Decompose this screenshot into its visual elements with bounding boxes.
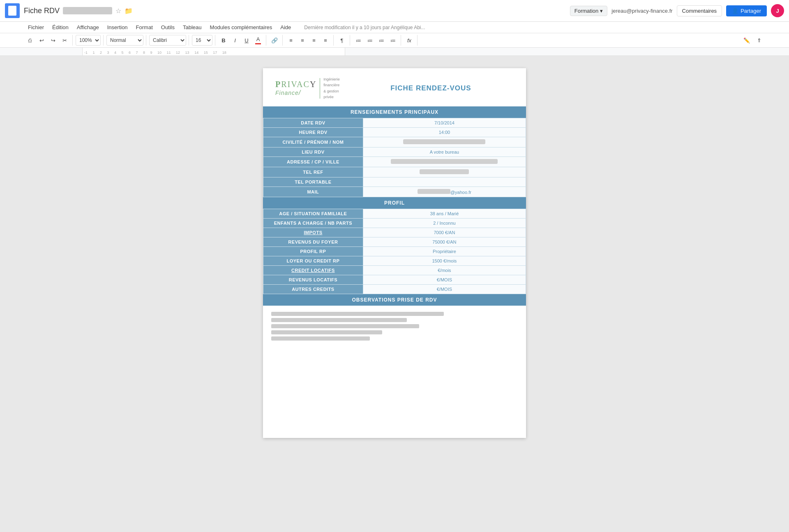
collapse-button[interactable]: ⇑ xyxy=(754,35,764,46)
pen-tool-button[interactable]: ✏️ xyxy=(741,35,752,46)
formation-button[interactable]: Formation ▾ xyxy=(570,6,608,16)
indent-decrease-button[interactable]: ≔ xyxy=(376,35,387,46)
doc-app-icon xyxy=(5,3,20,18)
style-select[interactable]: Normal xyxy=(106,35,143,46)
bullet-list-button[interactable]: ≔ xyxy=(353,35,364,46)
line-spacing-button[interactable]: ¶ xyxy=(337,35,347,46)
label-loyer-credit: LOYER OU CREDIT RP xyxy=(263,256,363,265)
label-age: AGE / SITUATION FAMILIALE xyxy=(263,209,363,218)
table-row: LOYER OU CREDIT RP 1500 €/mois xyxy=(263,256,526,265)
obs-line-5 xyxy=(271,336,370,341)
menu-edition[interactable]: Édition xyxy=(49,23,72,32)
menu-outils[interactable]: Outils xyxy=(158,23,178,32)
ruler: -1 1 2 3 4 5 6 7 8 9 10 11 12 13 14 15 1… xyxy=(0,48,789,56)
value-impots: 7000 €/AN xyxy=(363,228,526,237)
paint-format-button[interactable]: ✂ xyxy=(59,35,70,46)
folder-icon[interactable]: 📁 xyxy=(125,7,133,15)
label-civilite: CIVILITÉ / PRÉNOM / NOM xyxy=(263,137,363,147)
table-row: AGE / SITUATION FAMILIALE 38 ans / Marié xyxy=(263,209,526,218)
align-center-button[interactable]: ≡ xyxy=(297,35,308,46)
value-enfants: 2 / Inconnu xyxy=(363,218,526,228)
obs-line-4 xyxy=(271,330,382,334)
formula-button[interactable]: fx xyxy=(404,35,415,46)
doc-title-area: Fiche RDV ☆ 📁 xyxy=(24,7,566,15)
zoom-group: 100% xyxy=(76,35,104,46)
justify-button[interactable]: ≡ xyxy=(320,35,331,46)
avatar-initial: J xyxy=(776,8,779,14)
label-date-rdv: DATE RDV xyxy=(263,118,363,127)
logo-divider xyxy=(320,78,320,99)
table-row: AUTRES CREDITS €/MOIS xyxy=(263,284,526,294)
table-row: IMPOTS 7000 €/AN xyxy=(263,228,526,237)
logo-section: PRIVACY Finance/ Ingénierie financière &… xyxy=(275,76,340,100)
blurred-tel-ref xyxy=(420,169,469,174)
table-row: CREDIT LOCATIFS €/mois xyxy=(263,265,526,275)
top-right-controls: Formation ▾ jereau@privacy-finance.fr Co… xyxy=(570,4,784,17)
label-enfants: ENFANTS A CHARGE / NB PARTS xyxy=(263,218,363,228)
obs-line-3 xyxy=(271,324,419,328)
label-impots: IMPOTS xyxy=(263,228,363,237)
last-modified-text: Dernière modification il y a 10 jours pa… xyxy=(304,25,764,30)
menu-bar: Fichier Édition Affichage Insertion Form… xyxy=(0,22,789,33)
label-tel-portable: TEL PORTABLE xyxy=(263,177,363,187)
commentaires-button[interactable]: Commentaires xyxy=(677,5,722,16)
menu-aide[interactable]: Aide xyxy=(277,23,294,32)
menu-fichier[interactable]: Fichier xyxy=(25,23,47,32)
partager-button[interactable]: 👤 Partager xyxy=(726,5,767,16)
menu-format[interactable]: Format xyxy=(133,23,156,32)
blurred-adresse xyxy=(391,159,498,164)
doc-header: PRIVACY Finance/ Ingénierie financière &… xyxy=(263,68,526,106)
bold-button[interactable]: B xyxy=(218,35,229,46)
top-bar: Fiche RDV ☆ 📁 Formation ▾ jereau@privacy… xyxy=(0,0,789,22)
align-left-button[interactable]: ≡ xyxy=(286,35,296,46)
blurred-mail xyxy=(418,189,450,194)
font-select[interactable]: Calibri xyxy=(149,35,186,46)
label-profil-rp: PROFIL RP xyxy=(263,246,363,256)
print-group: ⎙ ↩ ↪ ✂ xyxy=(25,35,73,46)
value-civilite xyxy=(363,137,526,147)
link-button[interactable]: 🔗 xyxy=(269,35,280,46)
align-right-button[interactable]: ≡ xyxy=(309,35,319,46)
logo-text: PRIVACY Finance/ xyxy=(275,80,316,97)
menu-tableau[interactable]: Tableau xyxy=(180,23,205,32)
list-group: ≔ ≔ ≔ ≔ xyxy=(353,35,401,46)
undo-button[interactable]: ↩ xyxy=(36,35,47,46)
table-row: CIVILITÉ / PRÉNOM / NOM xyxy=(263,137,526,147)
obs-line-2 xyxy=(271,318,407,322)
value-autres-credits: €/MOIS xyxy=(363,284,526,294)
link-group: 🔗 xyxy=(269,35,283,46)
indent-increase-button[interactable]: ≔ xyxy=(388,35,398,46)
underline-button[interactable]: U xyxy=(241,35,252,46)
label-tel-ref: TEL REF xyxy=(263,167,363,177)
print-button[interactable]: ⎙ xyxy=(25,35,35,46)
value-lieu-rdv: A votre bureau xyxy=(363,147,526,157)
redo-button[interactable]: ↪ xyxy=(48,35,58,46)
obs-line-1 xyxy=(271,312,444,316)
table-row: TEL REF xyxy=(263,167,526,177)
partager-label: Partager xyxy=(741,8,761,14)
table-row: DATE RDV 7/10/2014 xyxy=(263,118,526,127)
italic-button[interactable]: I xyxy=(230,35,240,46)
zoom-select[interactable]: 100% xyxy=(76,35,101,46)
value-age: 38 ans / Marié xyxy=(363,209,526,218)
star-icon[interactable]: ☆ xyxy=(115,7,121,15)
table-row: HEURE RDV 14:00 xyxy=(263,127,526,137)
label-revenus-locatifs: REVENUS LOCATIFS xyxy=(263,275,363,284)
formation-chevron-icon: ▾ xyxy=(600,8,603,14)
spacing-group: ¶ xyxy=(337,35,350,46)
numbered-list-button[interactable]: ≔ xyxy=(365,35,375,46)
font-color-button[interactable]: A xyxy=(253,35,263,46)
person-add-icon: 👤 xyxy=(732,8,738,14)
doc-title: Fiche RDV xyxy=(24,7,60,15)
size-select[interactable]: 16 xyxy=(192,35,212,46)
value-credit-locatifs: €/mois xyxy=(363,265,526,275)
formula-group: fx xyxy=(404,35,418,46)
menu-modules[interactable]: Modules complémentaires xyxy=(207,23,276,32)
user-avatar[interactable]: J xyxy=(771,4,784,17)
table-row: TEL PORTABLE xyxy=(263,177,526,187)
size-group: 16 xyxy=(192,35,215,46)
menu-insertion[interactable]: Insertion xyxy=(104,23,131,32)
menu-affichage[interactable]: Affichage xyxy=(74,23,102,32)
value-mail: @yahoo.fr xyxy=(363,187,526,197)
table-row: LIEU RDV A votre bureau xyxy=(263,147,526,157)
